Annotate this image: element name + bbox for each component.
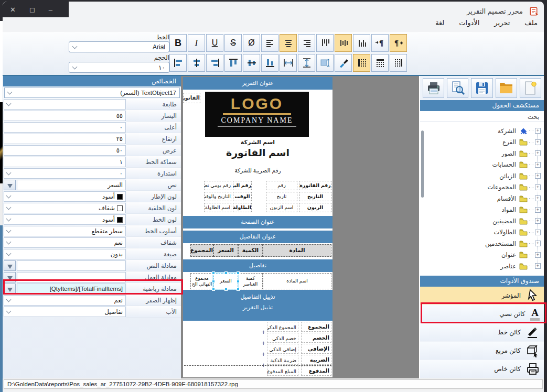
details-band[interactable]: تفاصيل [183,259,333,272]
toolbox-item-text-object[interactable]: Aكائن نصي [420,305,544,323]
table-header-cell[interactable]: المجموع [190,244,213,257]
field-value-object[interactable]: تاريخ [266,192,297,201]
preview-report-button[interactable] [447,78,468,98]
format-painter-button[interactable] [335,54,352,72]
menu-item-2[interactable]: الأدوات [459,19,479,27]
same-height-button[interactable] [298,54,315,72]
company-name-field[interactable]: اسم الشركة [183,139,333,146]
toolbox-item-line-object[interactable]: كائن خط [420,323,544,342]
property-value-field[interactable] [17,260,126,271]
selection-handle[interactable] [224,288,228,291]
footer-value-object[interactable]: خصم الذكي [267,333,298,343]
property-value-field[interactable]: أسود [4,214,126,225]
italic-button[interactable]: I [188,34,205,52]
field-label-object[interactable]: الزبون [299,203,331,212]
field-label-object[interactable]: الوقت [233,192,252,201]
equation-filter-button[interactable] [4,180,16,190]
align-bottom-edges-button[interactable] [261,54,278,72]
property-value-field[interactable] [4,99,126,110]
field-value-object[interactable]: رقم [266,181,297,190]
tree-item-6[interactable]: +الأقسام [420,193,541,204]
footer-value-object[interactable]: المجموع الذكي [267,322,298,332]
footer-value-object[interactable]: المبلغ المدفوع [267,366,298,376]
tree-item-7[interactable]: +المواد [420,204,541,216]
selection-handle[interactable] [237,280,240,283]
close-button[interactable]: ✕ [10,6,16,13]
expand-icon[interactable]: + [535,207,541,213]
equation-filter-button[interactable] [4,284,16,294]
property-value-field[interactable]: ٠ [4,168,126,179]
align-horizontal-centers-button[interactable] [188,54,205,72]
company-logo[interactable]: LOGO COMPANY NAME [205,92,309,137]
expand-icon[interactable]: + [535,218,541,224]
footer-label-object[interactable]: الإضافي [301,344,331,354]
toolbox-item-special-object[interactable]: كائن خاص [420,360,544,378]
font-select[interactable]: Arial [69,41,169,52]
align-left-edges-button[interactable] [169,54,187,72]
object-selector[interactable]: TextObject17 (السعر) [4,88,180,98]
table-detail-cell[interactable]: كمية العناصر [238,273,263,289]
property-value-field[interactable]: ٥٠ [4,145,126,156]
same-size-button[interactable] [316,54,334,72]
menu-item-1[interactable]: تحرير [494,19,510,27]
footer-label-object[interactable]: المجموع [301,322,331,332]
footer-bands[interactable]: تذييل التفاصيل تذييل التقرير [183,290,333,321]
align-center-button[interactable] [280,34,297,52]
expand-icon[interactable]: + [535,173,541,179]
property-value-field[interactable]: سطر متقطع [4,226,126,236]
expand-icon[interactable]: + [535,150,541,156]
expand-icon[interactable]: + [535,230,541,235]
clear-format-button[interactable]: Ø [243,34,260,52]
property-value-field[interactable]: تفاصيل [4,307,126,317]
menu-item-3[interactable]: لغة [435,19,444,27]
align-left-button[interactable] [261,34,278,52]
toolbox-item-cursor[interactable]: المؤشر [420,287,544,305]
tree-item-11[interactable]: +عنوان [420,249,541,261]
tree-item-3[interactable]: +الحسابات [420,159,541,171]
open-report-button[interactable] [496,78,517,98]
expand-icon[interactable]: + [535,241,541,246]
property-value-field[interactable]: نعم [4,237,126,248]
align-right-button[interactable] [298,34,315,52]
field-value-object[interactable]: رقم يومي نص [204,181,231,190]
tree-item-5[interactable]: +المجموعات [420,182,541,193]
expand-icon[interactable]: + [535,252,541,258]
equation-filter-button[interactable] [4,272,16,282]
tree-item-2[interactable]: +الصور [420,148,541,159]
table-header-cell[interactable]: السعر [213,244,238,257]
property-value-field[interactable]: أسود [4,191,126,202]
property-value-field[interactable]: ٥٥ [4,111,126,121]
strikethrough-button[interactable]: S [224,34,242,52]
tree-item-4[interactable]: +الزبائن [420,170,541,182]
tree-item-9[interactable]: +الطاولات [420,227,541,238]
footer-value-object[interactable]: ضريبة الذكية [267,355,298,365]
selection-handle[interactable] [212,271,215,275]
details-title-band[interactable]: عنوان التفاصيل [183,231,333,243]
clipped-text-object[interactable]: الفاتورة [183,93,200,103]
paragraph-rtl-button[interactable]: ¶ [390,34,407,52]
field-value-object[interactable]: اسم الزبون [266,203,297,212]
footer-value-object[interactable]: إضافي الذكي [267,344,298,354]
expand-icon[interactable]: + [535,162,541,168]
field-label-object[interactable]: رقم الفاتورة [299,181,331,190]
table-header-cell[interactable]: الكمية [238,244,263,257]
property-value-field[interactable]: بدون [4,249,126,259]
underline-button[interactable]: U [206,34,223,52]
selection-handle[interactable] [237,271,240,275]
selected-text-object[interactable]: السعر [213,273,238,289]
footer-label-object[interactable]: الضريبة [301,355,331,365]
table-detail-cell[interactable]: مجموع النهائي الح [190,273,213,289]
align-right-edges-button[interactable] [206,54,223,72]
tree-item-10[interactable]: +المستخدمين [420,238,541,249]
footer-label-object[interactable]: الخصم [301,333,331,343]
field-value-object[interactable]: اسم الطاولة [204,203,231,212]
tree-item-0[interactable]: +الشركة [420,125,541,137]
same-width-button[interactable] [280,54,297,72]
valign-bottom-button[interactable] [353,34,370,52]
tree-item-12[interactable]: +عناصر [420,260,541,272]
print-report-button[interactable] [423,78,444,98]
report-title-band[interactable]: عنوان التقرير [183,77,333,90]
valign-top-button[interactable] [316,34,334,52]
field-label-object[interactable]: التاريخ [299,192,331,201]
paragraph-ltr-button[interactable]: ¶ [371,34,389,52]
